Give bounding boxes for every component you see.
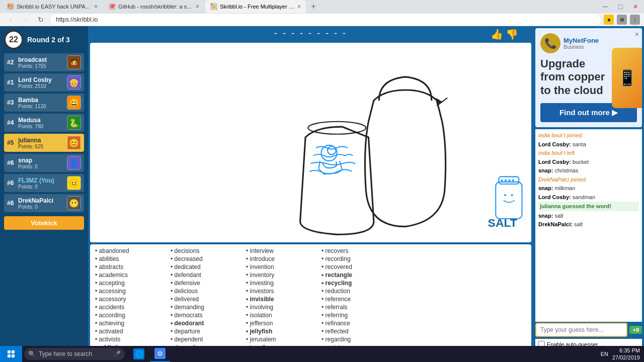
chat-text: sandman bbox=[573, 194, 595, 200]
word-item[interactable]: • defendant bbox=[171, 272, 236, 279]
word-item[interactable]: • reference bbox=[321, 296, 387, 303]
chat-input[interactable] bbox=[535, 323, 627, 337]
svg-rect-13 bbox=[8, 350, 11, 353]
word-item[interactable]: • activated bbox=[95, 328, 160, 335]
word-item[interactable]: • inventory bbox=[246, 272, 311, 279]
drawing-canvas[interactable]: SALT bbox=[90, 43, 531, 242]
player-info: FL3MZ (You) Points: 0 bbox=[18, 177, 67, 190]
tab-1[interactable]: 🎨 Skribbl.io EASY hack UNPATCH... × bbox=[2, 0, 103, 13]
dislike-button[interactable]: 👎 bbox=[506, 28, 518, 40]
close-button[interactable]: × bbox=[629, 0, 642, 13]
word-item[interactable]: • recovered bbox=[321, 263, 387, 270]
word-item[interactable]: • regarding bbox=[321, 336, 387, 343]
word-item[interactable]: • jellyfish bbox=[246, 328, 311, 335]
word-item[interactable]: • according bbox=[95, 312, 160, 319]
word-item[interactable]: • democrats bbox=[171, 312, 236, 319]
chat-message: DrekNaPalci joined. bbox=[538, 175, 639, 184]
word-item[interactable]: • accessory bbox=[95, 296, 160, 303]
chat-area: india bout t joined. Lord Cosby: santa i… bbox=[535, 129, 642, 322]
word-item[interactable]: • refinance bbox=[321, 320, 387, 327]
player-info: julianna Points: 625 bbox=[18, 137, 67, 149]
extensions-icon[interactable]: ⚙ bbox=[617, 15, 627, 25]
word-item[interactable]: • investors bbox=[246, 288, 311, 295]
player-points: Points: 1120 bbox=[18, 104, 67, 109]
microphone-icon[interactable]: 🎤 bbox=[113, 350, 121, 357]
bookmark-icon[interactable]: ★ bbox=[604, 15, 614, 25]
reload-button[interactable]: ↻ bbox=[34, 13, 47, 26]
word-item[interactable]: • academics bbox=[95, 272, 160, 279]
word-item[interactable]: • referring bbox=[321, 312, 387, 319]
word-item[interactable]: • dedicated bbox=[171, 263, 236, 270]
word-item[interactable]: • decisions bbox=[171, 247, 236, 254]
word-item[interactable]: • demanding bbox=[171, 304, 236, 311]
maximize-button[interactable]: □ bbox=[614, 0, 627, 13]
player-rank: #6 bbox=[7, 200, 18, 207]
word-item[interactable]: • delivered bbox=[171, 296, 236, 303]
word-item[interactable]: • abilities bbox=[95, 255, 160, 262]
word-item[interactable]: • accidents bbox=[95, 304, 160, 311]
taskbar-right-area: EN 6:35 PM 27/02/2019 bbox=[601, 347, 644, 361]
word-item[interactable]: • delicious bbox=[171, 288, 236, 295]
new-tab-button[interactable]: + bbox=[307, 0, 320, 13]
tab-3-close[interactable]: × bbox=[297, 3, 301, 10]
round-text: Round 2 of 3 bbox=[27, 36, 70, 44]
word-item[interactable]: • rectangle bbox=[321, 272, 387, 279]
word-item[interactable]: • isolation bbox=[246, 312, 311, 319]
player-item: #5 julianna Points: 625 😊 bbox=[4, 134, 84, 152]
taskbar-app-chrome[interactable] bbox=[150, 346, 170, 362]
word-item[interactable]: • accessing bbox=[95, 288, 160, 295]
player-rank: #2 bbox=[7, 59, 18, 66]
menu-icon[interactable]: ⋮ bbox=[630, 15, 640, 25]
taskbar-app-edge[interactable]: 🌐 bbox=[129, 346, 149, 362]
word-item[interactable]: • departure bbox=[171, 328, 236, 335]
tab-2[interactable]: 🐙 GitHub - rossh/skribbler: a ski... × bbox=[104, 0, 204, 13]
word-item[interactable]: • referrals bbox=[321, 304, 387, 311]
player-points: Points: 0 bbox=[18, 184, 67, 190]
forward-button[interactable]: › bbox=[19, 13, 32, 26]
word-item[interactable]: • introduce bbox=[246, 255, 311, 262]
tab-2-favicon: 🐙 bbox=[109, 3, 116, 10]
taskbar-date-value: 27/02/2019 bbox=[612, 354, 640, 361]
word-item[interactable]: • decreased bbox=[171, 255, 236, 262]
minimize-button[interactable]: ─ bbox=[599, 0, 612, 13]
chat-sender: snap: bbox=[538, 213, 554, 219]
player-name: Medusa bbox=[18, 117, 67, 124]
player-points: Points: 0 bbox=[18, 164, 67, 169]
word-item[interactable]: • abstracts bbox=[95, 263, 160, 270]
word-item[interactable]: • recording bbox=[321, 255, 387, 262]
word-item[interactable]: • reflected bbox=[321, 328, 387, 335]
word-item[interactable]: • dependent bbox=[171, 336, 236, 343]
word-item[interactable]: • accepting bbox=[95, 280, 160, 287]
word-item[interactable]: • defensive bbox=[171, 280, 236, 287]
tab-3[interactable]: ✏️ Skribbl.io - Free Multiplayer Dra... … bbox=[205, 0, 306, 13]
word-item[interactable]: • abandoned bbox=[95, 247, 160, 254]
tab-1-close[interactable]: × bbox=[94, 3, 98, 10]
word-item[interactable]: • interview bbox=[246, 247, 311, 254]
avatar: 👴 bbox=[67, 75, 81, 89]
word-item[interactable]: • activists bbox=[95, 336, 160, 343]
taskbar-lang: EN bbox=[601, 351, 608, 357]
word-item[interactable]: • reduction bbox=[321, 288, 387, 295]
word-item[interactable]: • invention bbox=[246, 263, 311, 270]
vote-kick-button[interactable]: Votekick bbox=[4, 216, 84, 230]
word-item[interactable]: • involving bbox=[246, 304, 311, 311]
player-sidebar: 22 Round 2 of 3 #2 broadcast Points: 175… bbox=[0, 26, 88, 362]
tab-2-close[interactable]: × bbox=[196, 3, 199, 10]
like-button[interactable]: 👍 bbox=[491, 28, 503, 40]
word-item[interactable]: • recovers bbox=[321, 247, 387, 254]
chat-sender: Lord Cosby: bbox=[538, 159, 573, 165]
start-button[interactable] bbox=[0, 346, 22, 362]
back-button[interactable]: ‹ bbox=[4, 13, 17, 26]
taskbar-search-box[interactable]: 🔍 Type here to search 🎤 bbox=[24, 348, 125, 360]
word-item[interactable]: • investing bbox=[246, 280, 311, 287]
chat-message: DrekNaPalci: salt bbox=[538, 220, 639, 229]
svg-rect-14 bbox=[12, 350, 15, 353]
word-item[interactable]: • invisible bbox=[246, 296, 311, 303]
chat-message: snap: christmas bbox=[538, 166, 639, 175]
word-item[interactable]: • achieving bbox=[95, 320, 160, 327]
word-item[interactable]: • jerusalem bbox=[246, 336, 311, 343]
word-item[interactable]: • deodorant bbox=[171, 320, 236, 327]
address-bar[interactable]: https://skribbl.io bbox=[49, 13, 602, 26]
word-item[interactable]: • recycling bbox=[321, 280, 387, 287]
word-item[interactable]: • jefferson bbox=[246, 320, 311, 327]
